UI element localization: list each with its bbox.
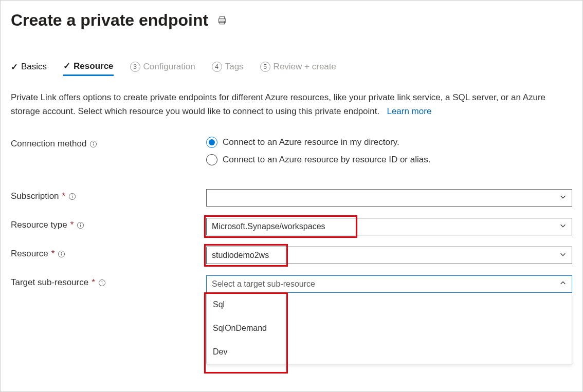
- radio-connect-resource-id-label: Connect to an Azure resource by resource…: [223, 155, 430, 165]
- tab-basics-label: Basics: [21, 62, 47, 72]
- target-sub-resource-label: Target sub-resource: [11, 277, 88, 288]
- tab-resource[interactable]: ✓ Resource: [63, 61, 113, 76]
- page-title: Create a private endpoint: [11, 11, 208, 30]
- radio-connect-resource-id[interactable]: Connect to an Azure resource by resource…: [206, 154, 572, 165]
- target-sub-resource-placeholder: Select a target sub-resource: [212, 279, 315, 289]
- svg-point-8: [72, 195, 72, 195]
- description-text: Private Link offers options to create pr…: [11, 90, 572, 118]
- chevron-down-icon: [559, 193, 567, 202]
- svg-point-14: [61, 252, 62, 253]
- resource-value: studiodemo2ws: [212, 251, 269, 260]
- required-indicator: *: [62, 191, 66, 201]
- resource-label: Resource: [11, 249, 48, 259]
- svg-point-5: [93, 142, 94, 143]
- info-icon[interactable]: [77, 221, 84, 229]
- tab-basics[interactable]: ✓ Basics: [11, 62, 47, 76]
- wizard-tabs: ✓ Basics ✓ Resource 3 Configuration 4 Ta…: [11, 61, 572, 76]
- tab-review[interactable]: 5 Review + create: [260, 62, 336, 75]
- tab-review-label: Review + create: [274, 62, 336, 72]
- radio-connect-directory[interactable]: Connect to an Azure resource in my direc…: [206, 137, 572, 148]
- required-indicator: *: [51, 249, 55, 259]
- print-icon[interactable]: [217, 16, 227, 25]
- radio-connect-directory-label: Connect to an Azure resource in my direc…: [223, 137, 399, 147]
- tab-configuration-label: Configuration: [143, 62, 195, 72]
- chevron-down-icon: [559, 222, 567, 231]
- subscription-label: Subscription: [11, 191, 59, 201]
- step-number: 3: [130, 62, 140, 72]
- info-icon[interactable]: [98, 279, 106, 287]
- connection-method-label: Connection method: [11, 139, 86, 149]
- chevron-up-icon: [559, 279, 567, 289]
- check-icon: ✓: [11, 62, 18, 72]
- tab-configuration[interactable]: 3 Configuration: [130, 62, 195, 75]
- option-sqlondemand[interactable]: SqlOnDemand: [207, 316, 572, 340]
- tab-resource-label: Resource: [74, 61, 113, 71]
- required-indicator: *: [92, 277, 95, 288]
- resource-type-label: Resource type: [11, 220, 67, 230]
- required-indicator: *: [70, 220, 74, 230]
- check-icon: ✓: [63, 61, 70, 71]
- resource-type-value: Microsoft.Synapse/workspaces: [212, 222, 325, 231]
- target-sub-resource-dropdown[interactable]: Select a target sub-resource: [206, 275, 572, 293]
- step-number: 4: [212, 62, 222, 72]
- svg-point-17: [102, 281, 102, 282]
- target-sub-resource-options: Sql SqlOnDemand Dev: [206, 293, 572, 364]
- option-sql[interactable]: Sql: [207, 293, 572, 316]
- resource-type-dropdown[interactable]: Microsoft.Synapse/workspaces: [206, 218, 572, 235]
- tab-tags-label: Tags: [225, 62, 244, 72]
- option-dev[interactable]: Dev: [207, 340, 572, 364]
- info-icon[interactable]: [68, 193, 76, 200]
- svg-point-11: [80, 223, 81, 224]
- radio-icon: [206, 137, 217, 148]
- step-number: 5: [260, 62, 270, 72]
- info-icon[interactable]: [89, 140, 97, 148]
- svg-rect-0: [220, 16, 225, 19]
- tab-tags[interactable]: 4 Tags: [212, 62, 244, 75]
- subscription-dropdown[interactable]: [206, 189, 572, 207]
- resource-dropdown[interactable]: studiodemo2ws: [206, 247, 572, 264]
- info-icon[interactable]: [58, 250, 65, 258]
- chevron-down-icon: [559, 251, 567, 260]
- radio-icon: [206, 154, 217, 165]
- learn-more-link[interactable]: Learn more: [387, 106, 431, 116]
